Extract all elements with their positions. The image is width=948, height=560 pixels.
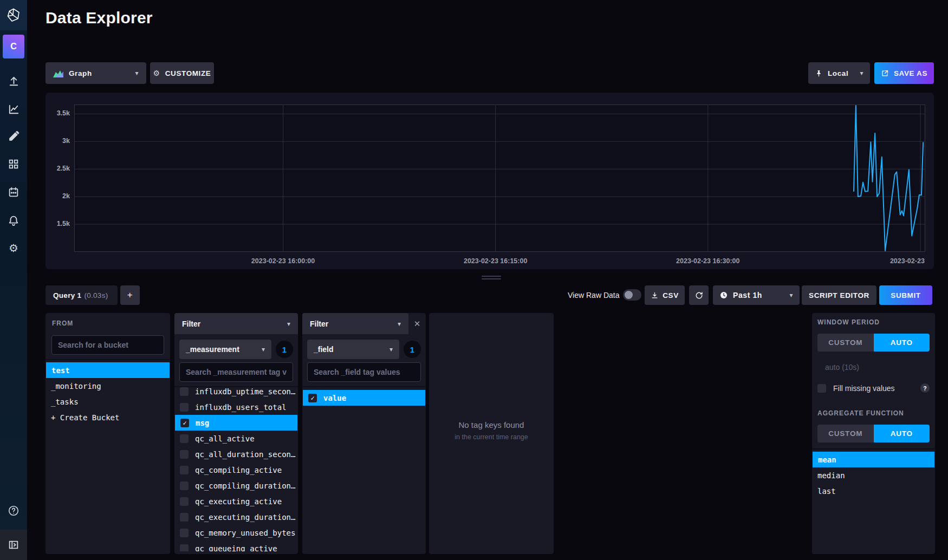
window-custom-button[interactable]: CUSTOM <box>817 334 874 351</box>
save-as-label: SAVE AS <box>894 69 927 77</box>
measurement-list-item[interactable]: qc_all_active <box>174 431 298 446</box>
measurement-list-item-label: msg <box>196 419 209 427</box>
aggregate-auto-button[interactable]: AUTO <box>874 425 930 442</box>
bell-icon <box>8 214 20 226</box>
measurement-list-item-label: influxdb_users_total <box>195 403 287 412</box>
window-auto-button[interactable]: AUTO <box>874 334 930 351</box>
fill-missing-checkbox[interactable] <box>817 384 826 393</box>
checkbox-icon <box>180 403 189 412</box>
save-as-button[interactable]: SAVE AS <box>874 62 934 84</box>
calendar-icon <box>8 186 20 198</box>
bucket-list-item-label: _tasks <box>51 398 79 406</box>
checkbox-icon <box>180 481 189 490</box>
filter-type-dropdown[interactable]: Filter ▾ <box>174 313 298 334</box>
query-duration: (0.03s) <box>84 291 108 299</box>
influxdb-logo-icon <box>6 8 21 23</box>
line-graph-icon <box>8 103 20 115</box>
aggregate-list-item[interactable]: median <box>812 467 935 483</box>
graph-type-icon <box>53 69 63 77</box>
query-tab[interactable]: Query 1 (0.03s) <box>46 285 118 305</box>
aggregate-list-item[interactable]: last <box>812 483 935 499</box>
measurement-list-item[interactable]: influxdb_uptime_secon… <box>174 383 298 399</box>
measurement-list-item[interactable]: qc_all_duration_secon… <box>174 446 298 462</box>
y-axis-label: 2.5k <box>46 165 70 172</box>
upload-icon <box>8 75 20 88</box>
variables-scope-dropdown[interactable]: Local ▾ <box>808 62 870 84</box>
aggregate-custom-button[interactable]: CUSTOM <box>817 425 874 442</box>
measurement-list-item[interactable]: qc_executing_duration… <box>174 509 298 525</box>
measurement-list-item-label: influxdb_uptime_secon… <box>195 387 295 396</box>
window-period-value: auto (10s) <box>825 363 859 372</box>
sidebar-item-load-data[interactable] <box>0 71 27 91</box>
x-axis-label: 2023-02-23 16:00:00 <box>251 257 315 265</box>
script-editor-button[interactable]: SCRIPT EDITOR <box>802 285 876 305</box>
aggregate-list-item[interactable]: mean <box>813 452 934 467</box>
time-range-dropdown[interactable]: Past 1h ▾ <box>713 285 800 305</box>
sidebar-item-alerts[interactable] <box>0 211 27 230</box>
field-search-input[interactable] <box>307 362 421 382</box>
measurement-list-item[interactable]: qc_queueing_active <box>174 541 298 551</box>
measurement-key-dropdown[interactable]: _measurement ▾ <box>179 340 271 359</box>
toggle-knob <box>625 291 633 299</box>
sidebar-item-notebooks[interactable] <box>0 127 27 146</box>
measurement-list-item-label: qc_compiling_duration… <box>195 481 295 490</box>
checkbox-icon <box>180 434 189 443</box>
bucket-list-item[interactable]: test <box>46 362 170 378</box>
measurement-list-item[interactable]: qc_executing_active <box>174 493 298 509</box>
measurement-key-label: _measurement <box>186 345 239 354</box>
bucket-list-item[interactable]: _tasks <box>46 394 170 409</box>
sidebar-item-tasks[interactable] <box>0 183 27 202</box>
influxdb-logo[interactable] <box>0 0 27 30</box>
measurement-list-item[interactable]: qc_memory_unused_bytes <box>174 525 298 541</box>
window-period-title: WINDOW PERIOD <box>817 318 930 326</box>
resize-drag-handle[interactable] <box>482 276 501 281</box>
measurement-search-input[interactable] <box>179 362 293 382</box>
plus-icon: + <box>127 290 133 301</box>
refresh-button[interactable] <box>689 285 709 305</box>
customize-label: CUSTOMIZE <box>165 69 211 77</box>
bucket-list-item-label: test <box>51 366 70 375</box>
chevron-down-icon: ▾ <box>389 346 393 353</box>
measurement-list-item[interactable]: qc_compiling_duration… <box>174 478 298 493</box>
sidebar-item-help[interactable] <box>0 501 27 520</box>
field-list-item-label: value <box>323 394 346 402</box>
bucket-list-item[interactable]: + Create Bucket <box>46 409 170 425</box>
export-icon <box>881 69 889 77</box>
bucket-search-input[interactable] <box>51 335 164 355</box>
x-axis-label: 2023-02-23 16:15:00 <box>464 257 527 265</box>
checkbox-icon: ✓ <box>308 394 317 402</box>
org-avatar[interactable]: C <box>3 35 24 58</box>
checkbox-icon <box>180 529 189 537</box>
field-key-dropdown[interactable]: _field ▾ <box>307 340 399 359</box>
measurement-list-item[interactable]: influxdb_users_total <box>174 399 298 415</box>
field-count-badge: 1 <box>404 341 421 358</box>
measurement-list-item-label: qc_all_active <box>195 434 255 443</box>
aggregate-list-item-label: median <box>817 471 845 480</box>
help-tooltip-icon[interactable]: ? <box>920 383 930 393</box>
checkbox-icon <box>180 497 189 506</box>
empty-state: No tag keys found in the current time ra… <box>429 420 554 441</box>
field-list-item[interactable]: ✓value <box>303 390 425 406</box>
csv-download-button[interactable]: CSV <box>645 285 685 305</box>
expand-panel-icon <box>8 539 20 551</box>
bucket-list: test_monitoring_tasks+ Create Bucket <box>46 360 170 425</box>
sidebar-expand-button[interactable] <box>0 530 27 560</box>
view-type-dropdown[interactable]: Graph ▾ <box>46 62 146 84</box>
measurement-count-badge: 1 <box>276 341 293 358</box>
sidebar-item-settings[interactable]: ⚙ <box>0 238 27 258</box>
filter-type-dropdown[interactable]: Filter ▾ <box>302 313 408 334</box>
sidebar-item-dashboards[interactable] <box>0 154 27 174</box>
chart-plot-area[interactable] <box>74 105 925 252</box>
customize-button[interactable]: ⚙ CUSTOMIZE <box>150 62 214 84</box>
checkbox-icon <box>180 450 189 459</box>
add-query-button[interactable]: + <box>120 285 140 305</box>
nav-sidebar: C <box>0 0 27 560</box>
remove-filter-button[interactable]: ✕ <box>408 313 426 334</box>
sidebar-item-data-explorer[interactable] <box>0 99 27 119</box>
view-raw-data-toggle[interactable] <box>623 289 641 301</box>
submit-button[interactable]: SUBMIT <box>879 285 932 305</box>
measurement-list-item[interactable]: qc_compiling_active <box>174 462 298 478</box>
page-title: Data Explorer <box>46 9 153 27</box>
measurement-list-item[interactable]: ✓msg <box>175 415 297 431</box>
bucket-list-item[interactable]: _monitoring <box>46 378 170 394</box>
